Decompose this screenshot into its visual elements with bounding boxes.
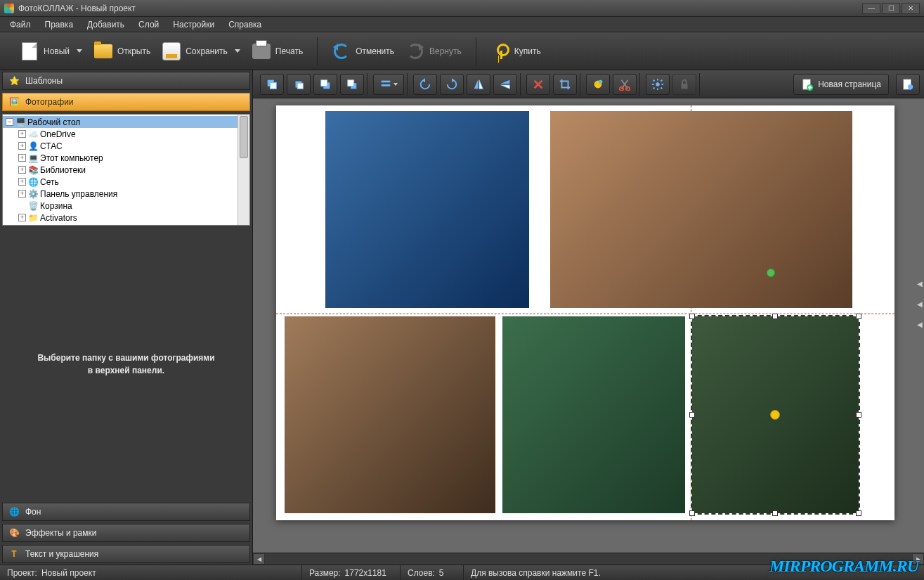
rotate-left-button[interactable] — [413, 74, 437, 95]
tree-item[interactable]: +💻Этот компьютер — [3, 152, 237, 164]
collapse-arrow-icon[interactable]: ◀ — [917, 300, 923, 308]
right-side-handles: ◀ ◀ ◀ — [917, 280, 923, 328]
status-bar: Проект: Новый проект Размер: 1772x1181 С… — [0, 565, 924, 580]
expand-icon[interactable]: + — [18, 154, 26, 162]
expand-icon[interactable]: + — [18, 130, 26, 138]
tree-item[interactable]: +📚Библиотеки — [3, 164, 237, 176]
svg-point-14 — [656, 82, 659, 86]
expand-icon[interactable]: + — [18, 142, 26, 150]
svg-rect-7 — [348, 79, 354, 86]
scroll-right-button[interactable]: ▶ — [912, 553, 924, 565]
send-backward-button[interactable] — [313, 74, 337, 95]
folder-tree: −🖥️Рабочий стол+☁️OneDrive+👤СТАС+💻Этот к… — [2, 114, 250, 226]
rotation-handle[interactable] — [767, 269, 775, 277]
resize-handle-w[interactable] — [689, 412, 695, 418]
resize-handle-n[interactable] — [772, 314, 778, 319]
redo-button[interactable]: Вернуть — [400, 39, 467, 64]
settings-button[interactable] — [646, 74, 670, 95]
menu-help[interactable]: Справка — [221, 18, 268, 31]
expand-icon[interactable]: + — [18, 178, 26, 186]
scroll-left-button[interactable]: ◀ — [253, 553, 265, 565]
expand-icon[interactable]: + — [18, 214, 26, 221]
svg-rect-1 — [270, 82, 276, 89]
maximize-button[interactable]: ☐ — [882, 3, 900, 14]
canvas-area: Новая страница — [253, 70, 924, 565]
svg-rect-8 — [382, 80, 391, 82]
tree-item[interactable]: +🌐Сеть — [3, 176, 237, 188]
flip-vertical-button[interactable] — [493, 74, 517, 95]
expand-icon[interactable]: + — [18, 190, 26, 198]
new-page-button[interactable]: Новая страница — [793, 74, 889, 95]
tree-item[interactable]: +☁️OneDrive — [3, 128, 237, 140]
send-back-button[interactable] — [340, 74, 364, 95]
photo-5-selected[interactable] — [692, 316, 859, 513]
tree-scrollbar[interactable] — [237, 115, 249, 225]
copy-button[interactable] — [586, 74, 610, 95]
resize-handle-sw[interactable] — [689, 510, 695, 516]
scroll-track[interactable] — [265, 553, 912, 565]
print-button[interactable]: Печать — [246, 39, 308, 64]
svg-rect-9 — [382, 84, 391, 86]
close-button[interactable]: ✕ — [902, 3, 920, 14]
left-panel: ⭐ Шаблоны 🖼️ Фотографии −🖥️Рабочий стол+… — [0, 70, 253, 565]
collage-page[interactable] — [276, 105, 894, 520]
bin-icon: 🗑️ — [27, 201, 39, 211]
collapse-icon[interactable]: − — [6, 118, 13, 126]
tree-item[interactable]: +👤СТАС — [3, 140, 237, 152]
tree-spacer — [18, 202, 26, 210]
cut-button[interactable] — [613, 74, 637, 95]
photo-4[interactable] — [502, 316, 685, 513]
menu-add[interactable]: Добавить — [80, 18, 131, 31]
buy-button[interactable]: Купить — [485, 39, 547, 64]
hint-text: Выберите папку с вашими фотографиями в в… — [35, 352, 218, 377]
tree-item[interactable]: +📁Activators — [3, 212, 237, 224]
flip-horizontal-button[interactable] — [467, 74, 490, 95]
resize-handle-e[interactable] — [856, 412, 861, 418]
rotate-right-button[interactable] — [440, 74, 464, 95]
photo-3[interactable] — [285, 316, 495, 513]
open-button[interactable]: Открыть — [88, 39, 156, 64]
menu-file[interactable]: Файл — [3, 18, 38, 31]
crop-button[interactable] — [553, 74, 577, 95]
resize-handle-ne[interactable] — [856, 314, 861, 319]
canvas-viewport[interactable]: ◀ ◀ ◀ — [253, 98, 924, 553]
collapse-arrow-icon[interactable]: ◀ — [917, 280, 923, 288]
undo-button[interactable]: Отменить — [326, 39, 400, 64]
minimize-button[interactable]: — — [862, 3, 880, 14]
resize-handle-se[interactable] — [856, 510, 861, 516]
user-icon: 👤 — [27, 141, 39, 151]
page-settings-button[interactable] — [896, 74, 920, 95]
sidebar-tab-templates[interactable]: ⭐ Шаблоны — [2, 72, 250, 90]
menu-edit[interactable]: Правка — [38, 18, 81, 31]
collapse-arrow-icon[interactable]: ◀ — [917, 321, 923, 328]
save-button[interactable]: Сохранить — [156, 39, 246, 64]
resize-handle-s[interactable] — [772, 510, 778, 516]
menu-settings[interactable]: Настройки — [166, 18, 221, 31]
align-button[interactable] — [373, 74, 404, 95]
chevron-down-icon — [235, 49, 240, 53]
photo-1[interactable] — [325, 111, 529, 308]
svg-point-13 — [626, 86, 630, 90]
svg-rect-23 — [682, 84, 688, 89]
horizontal-scrollbar[interactable]: ◀ ▶ — [253, 553, 924, 565]
delete-button[interactable] — [526, 74, 550, 95]
tree-item[interactable]: 🗑️Корзина — [3, 200, 237, 212]
menu-layer[interactable]: Слой — [131, 18, 166, 31]
resize-handle-nw[interactable] — [689, 314, 695, 319]
guide-horizontal[interactable] — [276, 314, 894, 314]
sidebar-tab-text[interactable]: T Текст и украшения — [2, 545, 250, 563]
bring-front-button[interactable] — [260, 74, 284, 95]
new-button[interactable]: Новый — [14, 39, 88, 64]
sidebar-tab-background[interactable]: 🌐 Фон — [2, 503, 250, 521]
sidebar-tab-effects[interactable]: 🎨 Эффекты и рамки — [2, 524, 250, 542]
expand-icon[interactable]: + — [18, 166, 26, 174]
sidebar-tab-photos[interactable]: 🖼️ Фотографии — [2, 93, 250, 111]
center-handle[interactable] — [770, 410, 780, 420]
tree-item[interactable]: −🖥️Рабочий стол — [3, 116, 237, 128]
bring-forward-button[interactable] — [287, 74, 311, 95]
photo-2[interactable] — [550, 111, 852, 308]
redo-icon — [405, 41, 425, 61]
lock-button[interactable] — [672, 74, 696, 95]
tree-item[interactable]: +⚙️Панель управления — [3, 188, 237, 200]
tree-item-label: Сеть — [40, 177, 59, 187]
